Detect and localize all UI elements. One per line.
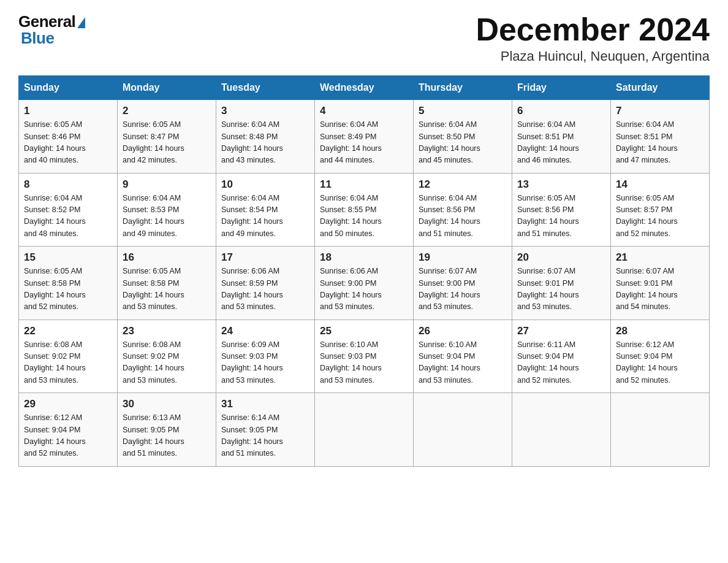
weekday-header-tuesday: Tuesday [216,76,315,100]
weekday-header-thursday: Thursday [414,76,512,100]
calendar-cell: 30Sunrise: 6:13 AM Sunset: 9:05 PM Dayli… [118,393,216,467]
calendar-week-5: 29Sunrise: 6:12 AM Sunset: 9:04 PM Dayli… [19,393,710,467]
day-info: Sunrise: 6:05 AM Sunset: 8:46 PM Dayligh… [24,119,112,167]
day-info: Sunrise: 6:12 AM Sunset: 9:04 PM Dayligh… [616,339,704,387]
day-number: 29 [24,398,112,410]
day-info: Sunrise: 6:04 AM Sunset: 8:48 PM Dayligh… [221,119,309,167]
day-number: 23 [123,325,211,337]
day-number: 1 [24,105,112,117]
day-number: 26 [419,325,507,337]
logo-triangle-icon [77,17,85,28]
calendar-body: 1Sunrise: 6:05 AM Sunset: 8:46 PM Daylig… [19,100,710,467]
weekday-header-sunday: Sunday [19,76,118,100]
calendar-cell: 22Sunrise: 6:08 AM Sunset: 9:02 PM Dayli… [19,320,118,393]
day-info: Sunrise: 6:04 AM Sunset: 8:49 PM Dayligh… [320,119,408,167]
calendar-cell: 21Sunrise: 6:07 AM Sunset: 9:01 PM Dayli… [611,247,710,320]
calendar-cell: 15Sunrise: 6:05 AM Sunset: 8:58 PM Dayli… [19,247,118,320]
page-header: General Blue December 2024 Plaza Huincul… [18,12,710,64]
day-number: 31 [221,398,309,410]
calendar-week-1: 1Sunrise: 6:05 AM Sunset: 8:46 PM Daylig… [19,100,710,174]
calendar-cell [512,393,611,467]
day-number: 18 [320,251,408,264]
calendar-cell: 11Sunrise: 6:04 AM Sunset: 8:55 PM Dayli… [315,173,414,247]
logo-blue-text: Blue [21,29,54,48]
calendar-cell: 17Sunrise: 6:06 AM Sunset: 8:59 PM Dayli… [216,247,315,320]
calendar-cell [414,393,512,467]
day-info: Sunrise: 6:04 AM Sunset: 8:55 PM Dayligh… [320,193,408,240]
day-number: 6 [517,105,605,117]
calendar-cell: 8Sunrise: 6:04 AM Sunset: 8:52 PM Daylig… [19,173,118,247]
day-number: 30 [123,398,211,410]
day-number: 4 [320,105,408,117]
day-info: Sunrise: 6:10 AM Sunset: 9:03 PM Dayligh… [320,339,408,387]
calendar-table: SundayMondayTuesdayWednesdayThursdayFrid… [18,75,710,467]
day-info: Sunrise: 6:07 AM Sunset: 9:00 PM Dayligh… [419,266,507,313]
calendar-cell [315,393,414,467]
calendar-cell: 31Sunrise: 6:14 AM Sunset: 9:05 PM Dayli… [216,393,315,467]
day-number: 8 [24,178,112,191]
calendar-cell: 2Sunrise: 6:05 AM Sunset: 8:47 PM Daylig… [118,100,216,174]
weekday-header-wednesday: Wednesday [315,76,414,100]
calendar-cell: 13Sunrise: 6:05 AM Sunset: 8:56 PM Dayli… [512,173,611,247]
day-number: 11 [320,178,408,191]
calendar-cell: 6Sunrise: 6:04 AM Sunset: 8:51 PM Daylig… [512,100,611,174]
calendar-cell: 20Sunrise: 6:07 AM Sunset: 9:01 PM Dayli… [512,247,611,320]
day-info: Sunrise: 6:05 AM Sunset: 8:57 PM Dayligh… [616,193,704,240]
day-number: 12 [419,178,507,191]
calendar-cell: 4Sunrise: 6:04 AM Sunset: 8:49 PM Daylig… [315,100,414,174]
day-number: 3 [221,105,309,117]
day-info: Sunrise: 6:07 AM Sunset: 9:01 PM Dayligh… [517,266,605,313]
calendar-cell: 12Sunrise: 6:04 AM Sunset: 8:56 PM Dayli… [414,173,512,247]
day-number: 28 [616,325,704,337]
weekday-header-saturday: Saturday [611,76,710,100]
day-info: Sunrise: 6:08 AM Sunset: 9:02 PM Dayligh… [123,339,211,387]
calendar-cell: 1Sunrise: 6:05 AM Sunset: 8:46 PM Daylig… [19,100,118,174]
day-number: 9 [123,178,211,191]
day-number: 17 [221,251,309,264]
day-number: 16 [123,251,211,264]
calendar-week-4: 22Sunrise: 6:08 AM Sunset: 9:02 PM Dayli… [19,320,710,393]
day-number: 10 [221,178,309,191]
calendar-cell: 18Sunrise: 6:06 AM Sunset: 9:00 PM Dayli… [315,247,414,320]
day-info: Sunrise: 6:10 AM Sunset: 9:04 PM Dayligh… [419,339,507,387]
weekday-header-friday: Friday [512,76,611,100]
day-info: Sunrise: 6:04 AM Sunset: 8:56 PM Dayligh… [419,193,507,240]
day-info: Sunrise: 6:14 AM Sunset: 9:05 PM Dayligh… [221,412,309,460]
day-info: Sunrise: 6:06 AM Sunset: 8:59 PM Dayligh… [221,266,309,313]
day-number: 21 [616,251,704,264]
calendar-cell: 25Sunrise: 6:10 AM Sunset: 9:03 PM Dayli… [315,320,414,393]
calendar-cell: 27Sunrise: 6:11 AM Sunset: 9:04 PM Dayli… [512,320,611,393]
calendar-cell [611,393,710,467]
calendar-cell: 5Sunrise: 6:04 AM Sunset: 8:50 PM Daylig… [414,100,512,174]
day-number: 13 [517,178,605,191]
day-info: Sunrise: 6:05 AM Sunset: 8:58 PM Dayligh… [123,266,211,313]
weekday-header-monday: Monday [118,76,216,100]
day-info: Sunrise: 6:09 AM Sunset: 9:03 PM Dayligh… [221,339,309,387]
day-info: Sunrise: 6:11 AM Sunset: 9:04 PM Dayligh… [517,339,605,387]
calendar-header: SundayMondayTuesdayWednesdayThursdayFrid… [19,76,710,100]
day-info: Sunrise: 6:08 AM Sunset: 9:02 PM Dayligh… [24,339,112,387]
day-info: Sunrise: 6:04 AM Sunset: 8:54 PM Dayligh… [221,193,309,240]
day-info: Sunrise: 6:12 AM Sunset: 9:04 PM Dayligh… [24,412,112,460]
day-number: 7 [616,105,704,117]
calendar-cell: 3Sunrise: 6:04 AM Sunset: 8:48 PM Daylig… [216,100,315,174]
weekday-header-row: SundayMondayTuesdayWednesdayThursdayFrid… [19,76,710,100]
title-block: December 2024 Plaza Huincul, Neuquen, Ar… [476,12,710,64]
day-info: Sunrise: 6:13 AM Sunset: 9:05 PM Dayligh… [123,412,211,460]
calendar-cell: 14Sunrise: 6:05 AM Sunset: 8:57 PM Dayli… [611,173,710,247]
calendar-cell: 28Sunrise: 6:12 AM Sunset: 9:04 PM Dayli… [611,320,710,393]
day-number: 14 [616,178,704,191]
day-info: Sunrise: 6:04 AM Sunset: 8:52 PM Dayligh… [24,193,112,240]
day-info: Sunrise: 6:05 AM Sunset: 8:47 PM Dayligh… [123,119,211,167]
calendar-week-3: 15Sunrise: 6:05 AM Sunset: 8:58 PM Dayli… [19,247,710,320]
day-number: 15 [24,251,112,264]
calendar-week-2: 8Sunrise: 6:04 AM Sunset: 8:52 PM Daylig… [19,173,710,247]
day-number: 19 [419,251,507,264]
calendar-subtitle: Plaza Huincul, Neuquen, Argentina [476,48,710,64]
day-info: Sunrise: 6:05 AM Sunset: 8:58 PM Dayligh… [24,266,112,313]
day-number: 2 [123,105,211,117]
calendar-cell: 19Sunrise: 6:07 AM Sunset: 9:00 PM Dayli… [414,247,512,320]
calendar-cell: 29Sunrise: 6:12 AM Sunset: 9:04 PM Dayli… [19,393,118,467]
day-number: 25 [320,325,408,337]
day-number: 20 [517,251,605,264]
